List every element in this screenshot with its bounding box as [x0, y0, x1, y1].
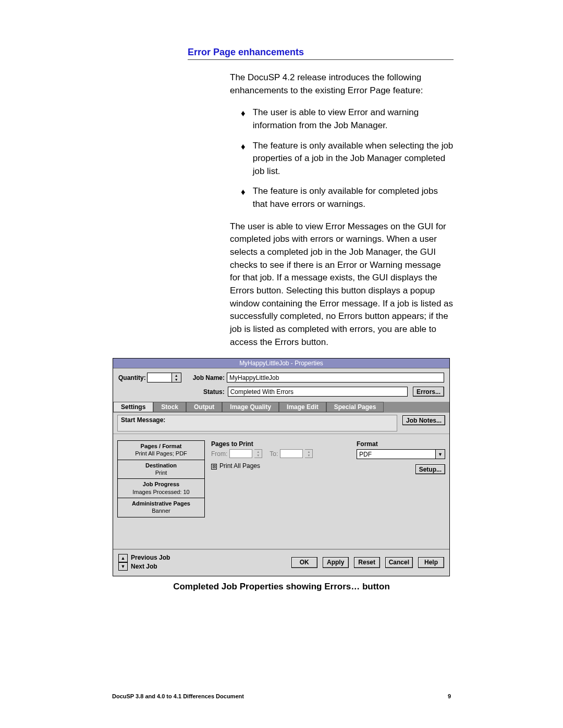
setup-button[interactable]: Setup...	[415, 464, 445, 474]
status-label: Status:	[203, 388, 225, 396]
status-value: Completed With Errors	[228, 387, 408, 397]
footer-left: DocuSP 3.8 and 4.0 to 4.1 Differences Do…	[112, 693, 244, 699]
reset-button[interactable]: Reset	[354, 557, 380, 568]
print-all-pages-checkbox[interactable]: ⊠	[211, 464, 217, 470]
card-pages-format[interactable]: Pages / Format Print All Pages; PDF	[117, 440, 205, 460]
tab-output[interactable]: Output	[186, 402, 222, 412]
footer-page-number: 9	[448, 693, 451, 699]
print-all-pages-label: Print All Pages	[219, 462, 260, 470]
tab-bar: Settings Stock Output Image Quality Imag…	[113, 402, 449, 412]
card-heading: Job Progress	[118, 480, 204, 488]
triangle-up-icon: ▲	[121, 556, 126, 561]
triangle-down-icon: ▼	[121, 564, 126, 569]
chevron-down-icon: ▼	[175, 378, 178, 381]
format-heading: Format	[357, 440, 445, 448]
dialog-title: MyHappyLittleJob - Properties	[113, 359, 449, 368]
quantity-stepper[interactable]: ▲▼	[172, 373, 181, 382]
bullet-icon: ♦	[241, 186, 246, 211]
card-admin-pages[interactable]: Administrative Pages Banner	[117, 498, 205, 517]
quantity-label: Quantity:	[118, 374, 146, 381]
bullet-text: The user is able to view Error and warni…	[253, 106, 454, 132]
to-stepper[interactable]: ▲▼	[305, 449, 313, 458]
card-value: Banner	[118, 507, 204, 514]
next-job-label: Next Job	[131, 563, 170, 571]
apply-button[interactable]: Apply	[323, 557, 349, 568]
body-paragraph: The user is able to view Error Messages …	[230, 220, 454, 349]
bullet-list: ♦ The user is able to view Error and war…	[241, 106, 454, 211]
card-heading: Pages / Format	[118, 442, 204, 450]
quantity-input[interactable]	[147, 373, 172, 382]
card-value: Images Processed: 10	[118, 488, 204, 496]
tab-image-quality[interactable]: Image Quality	[222, 402, 279, 412]
next-job-button[interactable]: ▼	[118, 562, 128, 571]
start-message-label: Start Message:	[117, 415, 397, 431]
pages-to-print-heading: Pages to Print	[211, 440, 350, 448]
bullet-text: The feature is only available when selec…	[253, 140, 454, 178]
help-button[interactable]: Help	[418, 557, 444, 568]
summary-cards: Pages / Format Print All Pages; PDF Dest…	[117, 440, 205, 545]
card-destination[interactable]: Destination Print	[117, 460, 205, 479]
ok-button[interactable]: OK	[291, 557, 317, 568]
card-heading: Administrative Pages	[118, 500, 204, 507]
card-value: Print	[118, 469, 204, 476]
bullet-text: The feature is only available for comple…	[253, 185, 454, 211]
from-label: From:	[211, 450, 227, 458]
bullet-icon: ♦	[241, 141, 246, 178]
to-label: To:	[270, 450, 278, 458]
tab-image-edit[interactable]: Image Edit	[279, 402, 326, 412]
figure-caption: Completed Job Properties showing Errors……	[109, 582, 454, 592]
bullet-icon: ♦	[241, 107, 246, 132]
from-input[interactable]	[229, 449, 252, 458]
to-input[interactable]	[280, 449, 303, 458]
section-heading: Error Page enhancements	[188, 47, 454, 60]
card-job-progress[interactable]: Job Progress Images Processed: 10	[117, 479, 205, 498]
chevron-up-icon: ▲	[175, 374, 178, 377]
jobname-input[interactable]: MyHappyLittleJob	[227, 373, 444, 382]
from-stepper[interactable]: ▲▼	[254, 449, 262, 458]
tab-stock[interactable]: Stock	[153, 402, 186, 412]
errors-button[interactable]: Errors...	[413, 387, 444, 397]
format-select[interactable]: PDF ▼	[357, 449, 445, 459]
previous-job-label: Previous Job	[131, 554, 170, 562]
chevron-down-icon: ▼	[435, 450, 445, 459]
tab-special-pages[interactable]: Special Pages	[326, 402, 384, 412]
card-heading: Destination	[118, 462, 204, 469]
job-notes-button[interactable]: Job Notes...	[402, 415, 445, 425]
tab-settings[interactable]: Settings	[113, 402, 153, 412]
format-value: PDF	[357, 451, 435, 458]
card-value: Print All Pages; PDF	[118, 450, 204, 457]
cancel-button[interactable]: Cancel	[385, 557, 413, 568]
job-properties-dialog: MyHappyLittleJob - Properties Quantity: …	[113, 358, 450, 576]
previous-job-button[interactable]: ▲	[118, 554, 128, 562]
intro-paragraph: The DocuSP 4.2 release introduces the fo…	[230, 71, 454, 97]
jobname-label: Job Name:	[193, 374, 225, 381]
